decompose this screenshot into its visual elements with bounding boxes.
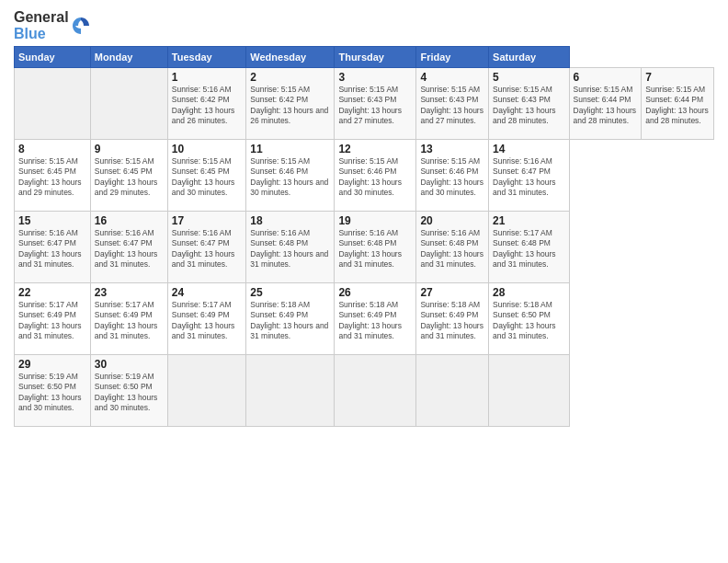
- day-info: Sunrise: 5:16 AMSunset: 6:48 PMDaylight:…: [250, 228, 330, 270]
- calendar-cell: 27Sunrise: 5:18 AMSunset: 6:49 PMDayligh…: [416, 283, 489, 355]
- calendar-cell: [15, 68, 91, 140]
- day-info: Sunrise: 5:15 AMSunset: 6:46 PMDaylight:…: [250, 156, 330, 199]
- calendar-cell: 9Sunrise: 5:15 AMSunset: 6:45 PMDaylight…: [90, 140, 167, 212]
- day-number: 16: [95, 214, 164, 227]
- calendar-cell: [90, 68, 167, 140]
- calendar-week-row: 22Sunrise: 5:17 AMSunset: 6:49 PMDayligh…: [15, 283, 714, 355]
- day-number: 10: [172, 143, 242, 155]
- day-number: 26: [338, 286, 412, 299]
- calendar-cell: 4Sunrise: 5:15 AMSunset: 6:43 PMDaylight…: [416, 68, 489, 140]
- calendar-cell: 29Sunrise: 5:19 AMSunset: 6:50 PMDayligh…: [15, 355, 91, 427]
- calendar-cell: 25Sunrise: 5:18 AMSunset: 6:49 PMDayligh…: [246, 283, 335, 355]
- day-info: Sunrise: 5:18 AMSunset: 6:49 PMDaylight:…: [420, 300, 484, 342]
- calendar-cell: 10Sunrise: 5:15 AMSunset: 6:45 PMDayligh…: [167, 140, 245, 212]
- day-number: 14: [493, 143, 564, 155]
- day-info: Sunrise: 5:17 AMSunset: 6:49 PMDaylight:…: [95, 300, 164, 342]
- logo-blue: Blue: [14, 26, 46, 41]
- day-number: 19: [338, 214, 412, 227]
- calendar-cell: 11Sunrise: 5:15 AMSunset: 6:46 PMDayligh…: [246, 140, 335, 212]
- day-info: Sunrise: 5:15 AMSunset: 6:44 PMDaylight:…: [574, 85, 638, 127]
- calendar-cell: 14Sunrise: 5:16 AMSunset: 6:47 PMDayligh…: [489, 140, 569, 212]
- day-info: Sunrise: 5:15 AMSunset: 6:43 PMDaylight:…: [338, 85, 412, 127]
- day-info: Sunrise: 5:15 AMSunset: 6:45 PMDaylight:…: [95, 156, 164, 199]
- day-info: Sunrise: 5:15 AMSunset: 6:42 PMDaylight:…: [250, 85, 330, 127]
- calendar-cell: 15Sunrise: 5:16 AMSunset: 6:47 PMDayligh…: [15, 212, 91, 283]
- calendar-cell: [335, 355, 416, 427]
- calendar-cell: 8Sunrise: 5:15 AMSunset: 6:45 PMDaylight…: [15, 140, 91, 212]
- calendar-cell: 21Sunrise: 5:17 AMSunset: 6:48 PMDayligh…: [489, 212, 569, 283]
- day-info: Sunrise: 5:16 AMSunset: 6:42 PMDaylight:…: [172, 85, 242, 127]
- calendar-table: SundayMondayTuesdayWednesdayThursdayFrid…: [14, 46, 714, 427]
- day-info: Sunrise: 5:15 AMSunset: 6:45 PMDaylight:…: [18, 156, 86, 199]
- calendar-cell: 26Sunrise: 5:18 AMSunset: 6:49 PMDayligh…: [335, 283, 416, 355]
- day-info: Sunrise: 5:16 AMSunset: 6:47 PMDaylight:…: [95, 228, 164, 270]
- calendar-cell: 3Sunrise: 5:15 AMSunset: 6:43 PMDaylight…: [335, 68, 416, 140]
- day-number: 17: [172, 214, 242, 227]
- day-info: Sunrise: 5:19 AMSunset: 6:50 PMDaylight:…: [95, 372, 164, 414]
- day-number: 25: [250, 286, 330, 299]
- logo: General Blue: [14, 9, 91, 42]
- calendar-cell: 2Sunrise: 5:15 AMSunset: 6:42 PMDaylight…: [246, 68, 335, 140]
- calendar-cell: 22Sunrise: 5:17 AMSunset: 6:49 PMDayligh…: [15, 283, 91, 355]
- day-info: Sunrise: 5:16 AMSunset: 6:47 PMDaylight:…: [493, 156, 564, 199]
- day-info: Sunrise: 5:18 AMSunset: 6:50 PMDaylight:…: [493, 300, 564, 342]
- day-info: Sunrise: 5:15 AMSunset: 6:46 PMDaylight:…: [338, 156, 412, 199]
- day-number: 7: [645, 71, 710, 84]
- day-number: 21: [493, 214, 564, 227]
- logo-general: General: [14, 9, 69, 25]
- calendar-cell: 7Sunrise: 5:15 AMSunset: 6:44 PMDaylight…: [642, 68, 714, 140]
- day-number: 12: [338, 143, 412, 155]
- day-number: 3: [338, 71, 412, 84]
- day-number: 8: [18, 143, 86, 155]
- weekday-header-sunday: Sunday: [15, 47, 91, 68]
- calendar-cell: [167, 355, 245, 427]
- calendar-cell: 30Sunrise: 5:19 AMSunset: 6:50 PMDayligh…: [90, 355, 167, 427]
- calendar-cell: 28Sunrise: 5:18 AMSunset: 6:50 PMDayligh…: [489, 283, 569, 355]
- logo-icon: [71, 16, 91, 36]
- logo-text: General Blue: [14, 9, 69, 42]
- day-number: 29: [18, 358, 86, 371]
- day-info: Sunrise: 5:15 AMSunset: 6:44 PMDaylight:…: [645, 85, 710, 127]
- calendar-cell: [416, 355, 489, 427]
- day-number: 13: [420, 143, 484, 155]
- day-number: 24: [172, 286, 242, 299]
- day-info: Sunrise: 5:16 AMSunset: 6:47 PMDaylight:…: [172, 228, 242, 270]
- day-info: Sunrise: 5:15 AMSunset: 6:43 PMDaylight:…: [420, 85, 484, 127]
- calendar-week-row: 29Sunrise: 5:19 AMSunset: 6:50 PMDayligh…: [15, 355, 714, 427]
- day-number: 27: [420, 286, 484, 299]
- day-info: Sunrise: 5:15 AMSunset: 6:46 PMDaylight:…: [420, 156, 484, 199]
- day-info: Sunrise: 5:18 AMSunset: 6:49 PMDaylight:…: [250, 300, 330, 342]
- day-number: 5: [493, 71, 564, 84]
- weekday-header-wednesday: Wednesday: [246, 47, 335, 68]
- weekday-header-monday: Monday: [90, 47, 167, 68]
- day-number: 6: [574, 71, 638, 84]
- calendar-cell: 6Sunrise: 5:15 AMSunset: 6:44 PMDaylight…: [569, 68, 642, 140]
- day-info: Sunrise: 5:19 AMSunset: 6:50 PMDaylight:…: [18, 372, 86, 414]
- day-number: 28: [493, 286, 564, 299]
- day-number: 18: [250, 214, 330, 227]
- calendar-cell: 18Sunrise: 5:16 AMSunset: 6:48 PMDayligh…: [246, 212, 335, 283]
- day-number: 11: [250, 143, 330, 155]
- weekday-header-tuesday: Tuesday: [167, 47, 245, 68]
- calendar-cell: 12Sunrise: 5:15 AMSunset: 6:46 PMDayligh…: [335, 140, 416, 212]
- calendar-cell: 13Sunrise: 5:15 AMSunset: 6:46 PMDayligh…: [416, 140, 489, 212]
- calendar-cell: 19Sunrise: 5:16 AMSunset: 6:48 PMDayligh…: [335, 212, 416, 283]
- day-info: Sunrise: 5:18 AMSunset: 6:49 PMDaylight:…: [338, 300, 412, 342]
- day-number: 23: [95, 286, 164, 299]
- calendar-cell: 24Sunrise: 5:17 AMSunset: 6:49 PMDayligh…: [167, 283, 245, 355]
- calendar-cell: 17Sunrise: 5:16 AMSunset: 6:47 PMDayligh…: [167, 212, 245, 283]
- weekday-header-saturday: Saturday: [489, 47, 569, 68]
- calendar-cell: 5Sunrise: 5:15 AMSunset: 6:43 PMDaylight…: [489, 68, 569, 140]
- calendar-week-row: 8Sunrise: 5:15 AMSunset: 6:45 PMDaylight…: [15, 140, 714, 212]
- day-number: 4: [420, 71, 484, 84]
- day-info: Sunrise: 5:15 AMSunset: 6:43 PMDaylight:…: [493, 85, 564, 127]
- calendar-cell: [246, 355, 335, 427]
- day-info: Sunrise: 5:17 AMSunset: 6:48 PMDaylight:…: [493, 228, 564, 270]
- day-number: 2: [250, 71, 330, 84]
- calendar-container: General Blue SundayMondayTuesdayWednesda…: [0, 0, 728, 436]
- day-number: 9: [95, 143, 164, 155]
- calendar-week-row: 15Sunrise: 5:16 AMSunset: 6:47 PMDayligh…: [15, 212, 714, 283]
- day-info: Sunrise: 5:17 AMSunset: 6:49 PMDaylight:…: [172, 300, 242, 342]
- weekday-header-friday: Friday: [416, 47, 489, 68]
- calendar-week-row: 1Sunrise: 5:16 AMSunset: 6:42 PMDaylight…: [15, 68, 714, 140]
